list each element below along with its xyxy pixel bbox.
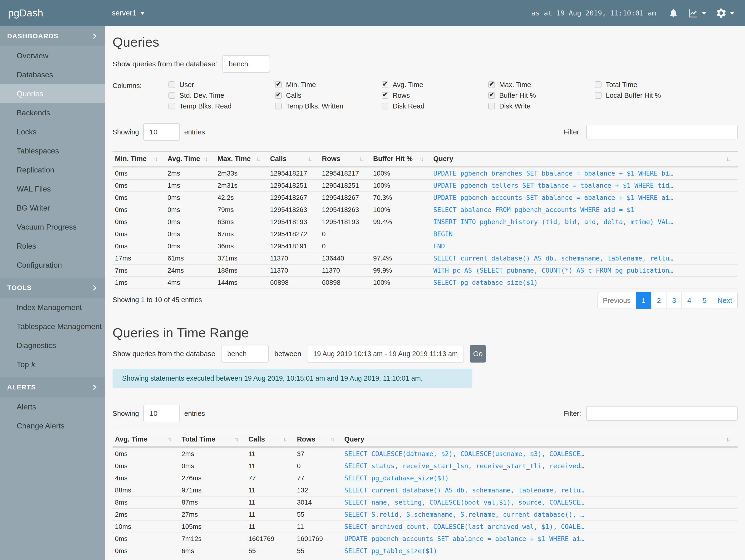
settings-gear-dropdown[interactable]: [715, 7, 735, 19]
column-header-total-time[interactable]: Total Time↑↓: [179, 432, 246, 447]
query-link[interactable]: BEGIN: [433, 230, 453, 238]
sidebar-item-tablespaces[interactable]: Tablespaces: [0, 141, 105, 160]
column-header-avg-time[interactable]: Avg. Time↑↓: [165, 152, 215, 167]
pagination-previous[interactable]: Previous: [597, 292, 636, 309]
sidebar-item-queries[interactable]: Queries: [0, 84, 105, 103]
charts-menu-dropdown[interactable]: [687, 8, 707, 18]
column-checkbox-local-buffer-hit[interactable]: Local Buffer Hit %: [595, 92, 661, 99]
query-link[interactable]: SELECT abalance FROM pgbench_accounts WH…: [433, 206, 634, 213]
query-link[interactable]: SELECT archived_count, COALESCE(last_arc…: [344, 523, 584, 530]
column-header-rows[interactable]: Rows↑↓: [295, 432, 342, 447]
checkbox-checked-icon[interactable]: [275, 92, 282, 99]
query-link[interactable]: SELECT status, receive_start_lsn, receiv…: [344, 462, 584, 470]
sort-icon[interactable]: ↑↓: [203, 155, 208, 162]
sort-icon[interactable]: ↑↓: [283, 436, 287, 443]
query-link[interactable]: INSERT INTO pgbench_history (tid, bid, a…: [433, 218, 673, 226]
column-checkbox-calls[interactable]: Calls: [275, 92, 343, 99]
sidebar-item-configuration[interactable]: Configuration: [0, 256, 105, 274]
sidebar-item-topk[interactable]: Topk: [0, 355, 105, 374]
column-header-query[interactable]: Query↑↓: [342, 432, 738, 447]
database-input-2[interactable]: [221, 345, 269, 363]
column-checkbox-buffer-hit[interactable]: Buffer Hit %: [488, 92, 536, 99]
sidebar-item-change-alerts[interactable]: Change Alerts: [0, 416, 105, 435]
column-header-rows[interactable]: Rows↑↓: [320, 152, 371, 167]
column-header-min-time[interactable]: Min. Time↑↓: [112, 152, 165, 167]
filter-input-2[interactable]: [586, 406, 738, 421]
sort-icon[interactable]: ↑↓: [726, 436, 731, 443]
sort-icon[interactable]: ↑↓: [154, 155, 158, 162]
app-logo[interactable]: pgDash: [8, 7, 43, 19]
sidebar-section-header-alerts[interactable]: ALERTS: [0, 377, 105, 397]
query-link[interactable]: SELECT pg_database_size($1): [433, 279, 538, 286]
sidebar-section-header-tools[interactable]: TOOLS: [0, 278, 105, 298]
sidebar-item-bg-writer[interactable]: BG Writer: [0, 198, 105, 218]
checkbox-checked-icon[interactable]: [488, 92, 495, 99]
query-link[interactable]: SELECT S.relid, S.schemaname, S.relname,…: [344, 511, 584, 518]
entries-count-input-2[interactable]: [143, 405, 180, 422]
sort-icon[interactable]: ↑↓: [726, 155, 731, 162]
sidebar-item-replication[interactable]: Replication: [0, 160, 105, 179]
sort-icon[interactable]: ↑↓: [256, 155, 261, 162]
sidebar-item-index-management[interactable]: Index Management: [0, 298, 105, 317]
checkbox-unchecked-icon[interactable]: [382, 103, 388, 109]
sidebar-item-locks[interactable]: Locks: [0, 122, 105, 141]
sidebar-item-backends[interactable]: Backends: [0, 103, 105, 122]
query-link[interactable]: SELECT current_database() AS db, scheman…: [344, 487, 584, 494]
query-link[interactable]: SELECT name, setting, COALESCE(boot_val,…: [344, 499, 584, 506]
column-header-calls[interactable]: Calls↑↓: [246, 432, 295, 447]
sidebar-item-alerts[interactable]: Alerts: [0, 397, 105, 416]
server-dropdown[interactable]: server1: [112, 9, 145, 18]
sidebar-item-vacuum-progress[interactable]: Vacuum Progress: [0, 218, 105, 236]
checkbox-unchecked-icon[interactable]: [168, 103, 175, 109]
pagination-next[interactable]: Next: [712, 292, 738, 309]
query-link[interactable]: UPDATE pgbench_accounts SET abalance = a…: [433, 194, 673, 201]
column-header-calls[interactable]: Calls↑↓: [268, 152, 320, 167]
sidebar-item-overview[interactable]: Overview: [0, 46, 105, 65]
sort-icon[interactable]: ↑↓: [308, 155, 313, 162]
column-checkbox-std-dev-time[interactable]: Std. Dev. Time: [168, 92, 231, 99]
pagination-page-4[interactable]: 4: [682, 292, 697, 309]
filter-input[interactable]: [586, 125, 738, 139]
column-header-query[interactable]: Query↑↓: [431, 152, 738, 167]
entries-count-input[interactable]: [143, 123, 180, 141]
checkbox-unchecked-icon[interactable]: [488, 103, 495, 109]
time-range-input[interactable]: [307, 345, 464, 363]
pagination-page-2[interactable]: 2: [651, 292, 667, 309]
column-checkbox-user[interactable]: User: [168, 81, 231, 88]
sort-icon[interactable]: ↑↓: [167, 436, 172, 443]
column-header-buffer-hit[interactable]: Buffer Hit %↑↓: [371, 152, 431, 167]
query-link[interactable]: SELECT pg_table_size($1): [344, 547, 437, 555]
column-checkbox-total-time[interactable]: Total Time: [595, 81, 661, 88]
sidebar-item-wal-files[interactable]: WAL Files: [0, 179, 105, 198]
column-header-max-time[interactable]: Max. Time↑↓: [215, 152, 268, 167]
sort-icon[interactable]: ↑↓: [359, 155, 364, 162]
checkbox-checked-icon[interactable]: [488, 81, 495, 88]
checkbox-unchecked-icon[interactable]: [595, 81, 602, 88]
column-checkbox-disk-read[interactable]: Disk Read: [382, 103, 424, 109]
query-link[interactable]: WITH pc AS (SELECT pubname, COUNT(*) AS …: [433, 267, 673, 274]
checkbox-checked-icon[interactable]: [382, 81, 388, 88]
checkbox-checked-icon[interactable]: [382, 92, 388, 99]
sort-icon[interactable]: ↑↓: [330, 436, 335, 443]
pagination-page-1[interactable]: 1: [636, 292, 651, 309]
column-checkbox-min-time[interactable]: Min. Time: [275, 81, 343, 88]
sidebar-item-databases[interactable]: Databases: [0, 65, 105, 84]
sidebar-item-diagnostics[interactable]: Diagnostics: [0, 336, 105, 355]
go-button[interactable]: Go: [470, 345, 486, 363]
sidebar-section-header-dashboards[interactable]: DASHBOARDS: [0, 26, 105, 46]
pagination-page-5[interactable]: 5: [697, 292, 712, 309]
pagination-page-3[interactable]: 3: [667, 292, 682, 309]
column-checkbox-avg-time[interactable]: Avg. Time: [382, 81, 424, 88]
column-checkbox-temp-blks-written[interactable]: Temp Blks. Written: [275, 103, 343, 109]
column-checkbox-max-time[interactable]: Max. Time: [488, 81, 536, 88]
notifications-bell-icon[interactable]: [669, 8, 678, 19]
sidebar-item-roles[interactable]: Roles: [0, 236, 105, 256]
query-link[interactable]: UPDATE pgbench_branches SET bbalance = b…: [433, 170, 673, 177]
checkbox-unchecked-icon[interactable]: [168, 81, 175, 88]
checkbox-checked-icon[interactable]: [275, 81, 282, 88]
checkbox-unchecked-icon[interactable]: [595, 92, 602, 99]
query-link[interactable]: SELECT current_database() AS db, scheman…: [433, 255, 673, 262]
query-link[interactable]: SELECT COALESCE(datname, $2), COALESCE(u…: [344, 450, 584, 458]
database-input[interactable]: [223, 55, 270, 73]
query-link[interactable]: SELECT pg_database_size($1): [344, 474, 449, 482]
